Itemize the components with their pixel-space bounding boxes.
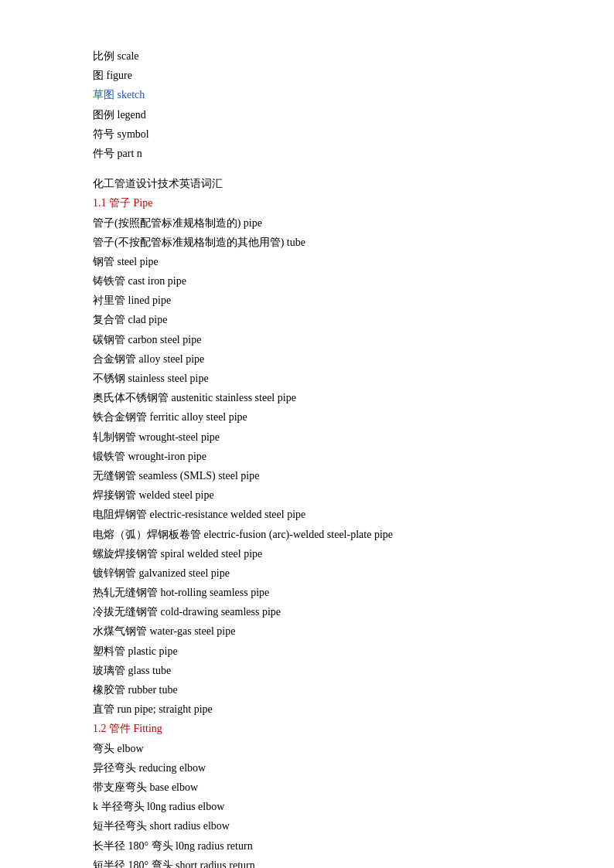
line9: 管子(按照配管标准规格制造的) pipe <box>93 213 521 233</box>
line13: 衬里管 lined pipe <box>93 291 521 310</box>
line21: 锻铁管 wrought-iron pipe <box>93 447 521 466</box>
line40: 短半径弯头 short radius elbow <box>93 816 521 836</box>
line31: 塑料管 plastic pipe <box>93 642 521 661</box>
line12: 铸铁管 cast iron pipe <box>93 271 521 291</box>
line10: 管子(不按配管标准规格制造的其他用管) tube <box>93 233 521 252</box>
line3: 草图 sketch <box>93 85 521 104</box>
page-content: 比例 scale图 figure草图 sketch图例 legend符号 sym… <box>93 46 521 868</box>
line15: 碳钢管 carbon steel pipe <box>93 330 521 349</box>
line22: 无缝钢管 seamless (SMLS) steel pipe <box>93 466 521 485</box>
line39: k 半径弯头 l0ng radius elbow <box>93 797 521 816</box>
line29: 冷拔无缝钢管 cold-drawing seamless pipe <box>93 602 521 621</box>
line5: 符号 symbol <box>93 124 521 144</box>
line24: 电阻焊钢管 electric-resistance welded steel p… <box>93 505 521 524</box>
line33: 橡胶管 rubber tube <box>93 680 521 700</box>
line36: 弯头 elbow <box>93 739 521 758</box>
line37: 异径弯头 reducing elbow <box>93 758 521 778</box>
line17: 不锈钢 stainless steel pipe <box>93 369 521 388</box>
line11: 钢管 steel pipe <box>93 252 521 271</box>
line42: 短半径 180° 弯头 short radius return <box>93 856 521 868</box>
line4: 图例 legend <box>93 105 521 124</box>
line35: 1.2 管件 Fitting <box>93 719 521 738</box>
line20: 轧制钢管 wrought-steel pipe <box>93 427 521 447</box>
line32: 玻璃管 glass tube <box>93 661 521 680</box>
line27: 镀锌钢管 galvanized steel pipe <box>93 563 521 583</box>
line30: 水煤气钢管 water-gas steel pipe <box>93 621 521 641</box>
line23: 焊接钢管 welded steel pipe <box>93 485 521 505</box>
line18: 奥氏体不锈钢管 austenitic stainless steel pipe <box>93 388 521 407</box>
line6: 件号 part n <box>93 144 521 163</box>
line1: 比例 scale <box>93 46 521 66</box>
line34: 直管 run pipe; straight pipe <box>93 700 521 719</box>
line38: 带支座弯头 base elbow <box>93 778 521 797</box>
spacer <box>93 163 521 174</box>
line26: 螺旋焊接钢管 spiral welded steel pipe <box>93 544 521 563</box>
line2: 图 figure <box>93 66 521 85</box>
line41: 长半径 180° 弯头 l0ng radius return <box>93 836 521 856</box>
line25: 电熔（弧）焊钢板卷管 electric-fusion (arc)-welded … <box>93 525 521 544</box>
line14: 复合管 clad pipe <box>93 310 521 329</box>
line16: 合金钢管 alloy steel pipe <box>93 349 521 369</box>
line28: 热轧无缝钢管 hot-rolling seamless pipe <box>93 583 521 602</box>
line7: 化工管道设计技术英语词汇 <box>93 174 521 193</box>
line19: 铁合金钢管 ferritic alloy steel pipe <box>93 407 521 427</box>
line8: 1.1 管子 Pipe <box>93 193 521 213</box>
